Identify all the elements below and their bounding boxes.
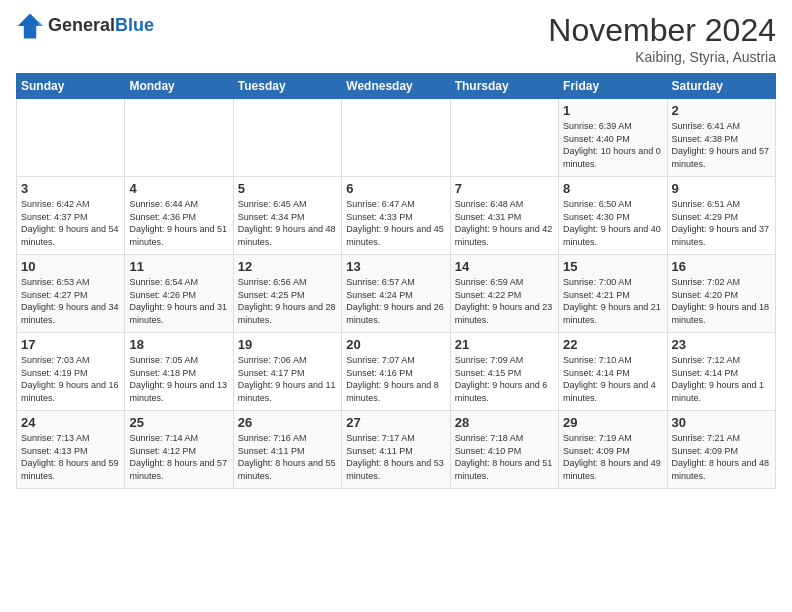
day-number: 8 <box>563 181 662 196</box>
day-number: 27 <box>346 415 445 430</box>
col-monday: Monday <box>125 74 233 99</box>
day-number: 14 <box>455 259 554 274</box>
table-row: 25Sunrise: 7:14 AM Sunset: 4:12 PM Dayli… <box>125 411 233 489</box>
day-info: Sunrise: 6:39 AM Sunset: 4:40 PM Dayligh… <box>563 120 662 170</box>
day-info: Sunrise: 6:56 AM Sunset: 4:25 PM Dayligh… <box>238 276 337 326</box>
day-number: 19 <box>238 337 337 352</box>
day-number: 25 <box>129 415 228 430</box>
table-row <box>233 99 341 177</box>
day-number: 17 <box>21 337 120 352</box>
calendar-table: Sunday Monday Tuesday Wednesday Thursday… <box>16 73 776 489</box>
table-row: 18Sunrise: 7:05 AM Sunset: 4:18 PM Dayli… <box>125 333 233 411</box>
calendar-week-1: 1Sunrise: 6:39 AM Sunset: 4:40 PM Daylig… <box>17 99 776 177</box>
day-info: Sunrise: 6:51 AM Sunset: 4:29 PM Dayligh… <box>672 198 771 248</box>
calendar-week-5: 24Sunrise: 7:13 AM Sunset: 4:13 PM Dayli… <box>17 411 776 489</box>
day-number: 4 <box>129 181 228 196</box>
table-row: 9Sunrise: 6:51 AM Sunset: 4:29 PM Daylig… <box>667 177 775 255</box>
day-number: 23 <box>672 337 771 352</box>
logo: GeneralBlue <box>16 12 154 40</box>
table-row: 14Sunrise: 6:59 AM Sunset: 4:22 PM Dayli… <box>450 255 558 333</box>
table-row: 1Sunrise: 6:39 AM Sunset: 4:40 PM Daylig… <box>559 99 667 177</box>
day-info: Sunrise: 6:47 AM Sunset: 4:33 PM Dayligh… <box>346 198 445 248</box>
day-info: Sunrise: 7:10 AM Sunset: 4:14 PM Dayligh… <box>563 354 662 404</box>
day-number: 16 <box>672 259 771 274</box>
day-info: Sunrise: 6:42 AM Sunset: 4:37 PM Dayligh… <box>21 198 120 248</box>
day-info: Sunrise: 7:16 AM Sunset: 4:11 PM Dayligh… <box>238 432 337 482</box>
day-number: 26 <box>238 415 337 430</box>
day-number: 13 <box>346 259 445 274</box>
day-number: 5 <box>238 181 337 196</box>
day-number: 7 <box>455 181 554 196</box>
table-row: 19Sunrise: 7:06 AM Sunset: 4:17 PM Dayli… <box>233 333 341 411</box>
logo-blue: Blue <box>115 15 154 35</box>
day-number: 2 <box>672 103 771 118</box>
day-info: Sunrise: 6:54 AM Sunset: 4:26 PM Dayligh… <box>129 276 228 326</box>
day-number: 22 <box>563 337 662 352</box>
day-number: 9 <box>672 181 771 196</box>
table-row: 23Sunrise: 7:12 AM Sunset: 4:14 PM Dayli… <box>667 333 775 411</box>
table-row: 11Sunrise: 6:54 AM Sunset: 4:26 PM Dayli… <box>125 255 233 333</box>
day-info: Sunrise: 7:18 AM Sunset: 4:10 PM Dayligh… <box>455 432 554 482</box>
day-info: Sunrise: 7:12 AM Sunset: 4:14 PM Dayligh… <box>672 354 771 404</box>
table-row <box>342 99 450 177</box>
table-row: 13Sunrise: 6:57 AM Sunset: 4:24 PM Dayli… <box>342 255 450 333</box>
day-number: 20 <box>346 337 445 352</box>
table-row <box>17 99 125 177</box>
table-row: 17Sunrise: 7:03 AM Sunset: 4:19 PM Dayli… <box>17 333 125 411</box>
table-row: 27Sunrise: 7:17 AM Sunset: 4:11 PM Dayli… <box>342 411 450 489</box>
table-row: 29Sunrise: 7:19 AM Sunset: 4:09 PM Dayli… <box>559 411 667 489</box>
title-block: November 2024 Kaibing, Styria, Austria <box>548 12 776 65</box>
day-number: 15 <box>563 259 662 274</box>
day-info: Sunrise: 6:53 AM Sunset: 4:27 PM Dayligh… <box>21 276 120 326</box>
col-thursday: Thursday <box>450 74 558 99</box>
calendar-header-row: Sunday Monday Tuesday Wednesday Thursday… <box>17 74 776 99</box>
table-row: 22Sunrise: 7:10 AM Sunset: 4:14 PM Dayli… <box>559 333 667 411</box>
calendar-week-2: 3Sunrise: 6:42 AM Sunset: 4:37 PM Daylig… <box>17 177 776 255</box>
table-row: 2Sunrise: 6:41 AM Sunset: 4:38 PM Daylig… <box>667 99 775 177</box>
table-row: 5Sunrise: 6:45 AM Sunset: 4:34 PM Daylig… <box>233 177 341 255</box>
day-info: Sunrise: 7:06 AM Sunset: 4:17 PM Dayligh… <box>238 354 337 404</box>
logo-general: General <box>48 15 115 35</box>
logo-text: GeneralBlue <box>48 16 154 36</box>
table-row: 28Sunrise: 7:18 AM Sunset: 4:10 PM Dayli… <box>450 411 558 489</box>
day-info: Sunrise: 7:14 AM Sunset: 4:12 PM Dayligh… <box>129 432 228 482</box>
day-info: Sunrise: 6:50 AM Sunset: 4:30 PM Dayligh… <box>563 198 662 248</box>
table-row: 21Sunrise: 7:09 AM Sunset: 4:15 PM Dayli… <box>450 333 558 411</box>
table-row <box>125 99 233 177</box>
page-container: GeneralBlue November 2024 Kaibing, Styri… <box>0 0 792 497</box>
table-row: 4Sunrise: 6:44 AM Sunset: 4:36 PM Daylig… <box>125 177 233 255</box>
day-info: Sunrise: 6:57 AM Sunset: 4:24 PM Dayligh… <box>346 276 445 326</box>
table-row: 15Sunrise: 7:00 AM Sunset: 4:21 PM Dayli… <box>559 255 667 333</box>
day-info: Sunrise: 7:09 AM Sunset: 4:15 PM Dayligh… <box>455 354 554 404</box>
day-info: Sunrise: 7:19 AM Sunset: 4:09 PM Dayligh… <box>563 432 662 482</box>
day-info: Sunrise: 6:48 AM Sunset: 4:31 PM Dayligh… <box>455 198 554 248</box>
day-number: 1 <box>563 103 662 118</box>
table-row: 16Sunrise: 7:02 AM Sunset: 4:20 PM Dayli… <box>667 255 775 333</box>
day-info: Sunrise: 6:45 AM Sunset: 4:34 PM Dayligh… <box>238 198 337 248</box>
day-info: Sunrise: 6:44 AM Sunset: 4:36 PM Dayligh… <box>129 198 228 248</box>
day-number: 10 <box>21 259 120 274</box>
day-number: 28 <box>455 415 554 430</box>
table-row: 30Sunrise: 7:21 AM Sunset: 4:09 PM Dayli… <box>667 411 775 489</box>
day-number: 12 <box>238 259 337 274</box>
table-row: 24Sunrise: 7:13 AM Sunset: 4:13 PM Dayli… <box>17 411 125 489</box>
page-header: GeneralBlue November 2024 Kaibing, Styri… <box>16 12 776 65</box>
col-saturday: Saturday <box>667 74 775 99</box>
col-friday: Friday <box>559 74 667 99</box>
day-info: Sunrise: 6:59 AM Sunset: 4:22 PM Dayligh… <box>455 276 554 326</box>
month-title: November 2024 <box>548 12 776 49</box>
day-info: Sunrise: 7:13 AM Sunset: 4:13 PM Dayligh… <box>21 432 120 482</box>
day-info: Sunrise: 7:02 AM Sunset: 4:20 PM Dayligh… <box>672 276 771 326</box>
table-row: 12Sunrise: 6:56 AM Sunset: 4:25 PM Dayli… <box>233 255 341 333</box>
table-row: 8Sunrise: 6:50 AM Sunset: 4:30 PM Daylig… <box>559 177 667 255</box>
day-info: Sunrise: 7:03 AM Sunset: 4:19 PM Dayligh… <box>21 354 120 404</box>
day-info: Sunrise: 6:41 AM Sunset: 4:38 PM Dayligh… <box>672 120 771 170</box>
day-number: 24 <box>21 415 120 430</box>
day-info: Sunrise: 7:21 AM Sunset: 4:09 PM Dayligh… <box>672 432 771 482</box>
day-number: 6 <box>346 181 445 196</box>
location-subtitle: Kaibing, Styria, Austria <box>548 49 776 65</box>
logo-icon <box>16 12 44 40</box>
day-number: 29 <box>563 415 662 430</box>
day-info: Sunrise: 7:07 AM Sunset: 4:16 PM Dayligh… <box>346 354 445 404</box>
table-row: 3Sunrise: 6:42 AM Sunset: 4:37 PM Daylig… <box>17 177 125 255</box>
